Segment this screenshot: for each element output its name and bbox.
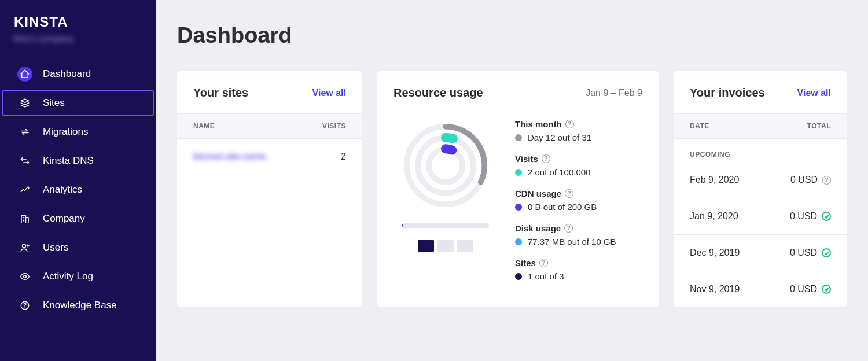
- col-total: TOTAL: [807, 122, 831, 130]
- view-all-link[interactable]: View all: [312, 88, 346, 98]
- metric-title-text: CDN usage: [515, 189, 561, 198]
- metric-sites: Sites? 1 out of 3: [515, 258, 642, 281]
- building-icon: [20, 213, 30, 224]
- help-icon[interactable]: ?: [564, 224, 573, 233]
- eye-icon: [20, 271, 30, 282]
- metric-title-text: This month: [515, 119, 562, 129]
- card-title: Your invoices: [690, 86, 765, 100]
- check-icon: [822, 285, 831, 294]
- svg-point-0: [23, 244, 26, 248]
- invoice-amount: 0 USD: [790, 175, 818, 185]
- metric-month: This month? Day 12 out of 31: [515, 119, 642, 142]
- invoice-date: Dec 9, 2019: [690, 248, 740, 258]
- help-icon[interactable]: ?: [565, 120, 574, 128]
- metric-title-text: Sites: [515, 258, 536, 268]
- check-icon: [822, 212, 831, 221]
- invoice-date: Feb 9, 2020: [690, 175, 739, 185]
- invoice-row[interactable]: Feb 9, 2020 0 USD?: [674, 162, 847, 198]
- help-icon[interactable]: ?: [542, 154, 550, 163]
- main: Dashboard Your sites View all NAME VISIT…: [156, 0, 868, 361]
- metric-value: 77.37 MB out of 10 GB: [528, 237, 616, 246]
- metric-title-text: Visits: [515, 154, 538, 164]
- sidebar-item-migrations[interactable]: Migrations: [2, 119, 154, 145]
- col-visits: VISITS: [322, 122, 346, 130]
- col-date: DATE: [690, 122, 709, 130]
- your-sites-card: Your sites View all NAME VISITS blurred-…: [177, 71, 362, 307]
- dot-icon: [515, 273, 522, 280]
- sidebar-item-label: Users: [43, 242, 68, 253]
- company-name: Ren's company: [0, 34, 156, 43]
- sidebar-item-label: Activity Log: [43, 271, 93, 282]
- table-row[interactable]: blurred-site-name 2: [177, 139, 362, 175]
- metric-value: 2 out of 100,000: [528, 167, 590, 177]
- resource-usage-card: Resource usage Jan 9 – Feb 9: [377, 71, 659, 307]
- table-header: DATE TOTAL: [674, 113, 847, 139]
- card-title: Your sites: [193, 86, 248, 100]
- metric-title-text: Disk usage: [515, 223, 561, 233]
- site-chip: [418, 240, 434, 252]
- sidebar-item-label: Migrations: [43, 126, 88, 138]
- sidebar-item-dashboard[interactable]: Dashboard: [2, 61, 154, 87]
- sidebar-item-label: Knowledge Base: [43, 300, 117, 311]
- svg-point-1: [24, 275, 27, 278]
- chart-icon: [20, 185, 30, 195]
- check-icon: [822, 248, 831, 257]
- metric-value: Day 12 out of 31: [528, 132, 591, 142]
- page-title: Dashboard: [177, 23, 847, 48]
- invoices-card: Your invoices View all DATE TOTAL UPCOMI…: [674, 71, 847, 307]
- metric-visits: Visits? 2 out of 100,000: [515, 154, 642, 177]
- home-icon: [20, 69, 30, 79]
- sidebar-item-label: Sites: [43, 97, 65, 109]
- dot-icon: [515, 169, 522, 176]
- switch-icon: [20, 156, 30, 166]
- sidebar-item-activity[interactable]: Activity Log: [2, 263, 154, 290]
- help-icon[interactable]: ?: [539, 259, 548, 267]
- sidebar: KINSTA Ren's company Dashboard Sites Mig…: [0, 0, 156, 361]
- date-range: Jan 9 – Feb 9: [586, 88, 642, 98]
- invoice-amount: 0 USD: [790, 248, 817, 258]
- dot-icon: [515, 134, 522, 141]
- sidebar-item-label: Analytics: [43, 184, 82, 196]
- sidebar-item-dns[interactable]: Kinsta DNS: [2, 148, 154, 174]
- card-title: Resource usage: [393, 86, 483, 100]
- metric-value: 1 out of 3: [528, 271, 564, 281]
- invoice-amount: 0 USD: [790, 284, 817, 294]
- svg-point-5: [429, 149, 462, 182]
- sidebar-item-company[interactable]: Company: [2, 205, 154, 232]
- sidebar-item-users[interactable]: Users: [2, 234, 154, 261]
- help-icon[interactable]: ?: [565, 189, 573, 198]
- site-chip: [457, 240, 473, 252]
- invoice-date: Jan 9, 2020: [690, 211, 738, 222]
- sidebar-item-label: Kinsta DNS: [43, 155, 94, 167]
- dot-icon: [515, 238, 522, 245]
- invoice-amount: 0 USD: [790, 211, 817, 222]
- sidebar-item-label: Dashboard: [43, 68, 91, 80]
- sites-chips: [418, 240, 473, 252]
- invoice-date: Nov 9, 2019: [690, 284, 740, 294]
- sidebar-item-sites[interactable]: Sites: [2, 90, 154, 116]
- brand-logo: KINSTA: [0, 14, 156, 34]
- invoice-row[interactable]: Jan 9, 2020 0 USD: [674, 198, 847, 235]
- donut-chart: [399, 119, 492, 212]
- table-header: NAME VISITS: [177, 113, 362, 139]
- sidebar-item-label: Company: [43, 213, 85, 224]
- site-visits: 2: [341, 152, 346, 162]
- nav: Dashboard Sites Migrations Kinsta DNS An…: [0, 61, 156, 319]
- help-icon: [20, 300, 30, 311]
- metrics-list: This month? Day 12 out of 31 Visits? 2 o…: [515, 119, 642, 281]
- invoice-row[interactable]: Nov 9, 2019 0 USD: [674, 271, 847, 307]
- user-plus-icon: [20, 242, 30, 253]
- sidebar-item-analytics[interactable]: Analytics: [2, 176, 154, 203]
- disk-progress-bar: [402, 223, 489, 228]
- view-all-link[interactable]: View all: [797, 88, 831, 98]
- dot-icon: [515, 204, 522, 211]
- invoice-row[interactable]: Dec 9, 2019 0 USD: [674, 235, 847, 271]
- col-name: NAME: [193, 122, 215, 130]
- arrow-transfer-icon: [20, 127, 30, 137]
- stack-icon: [20, 98, 30, 108]
- sidebar-item-kb[interactable]: Knowledge Base: [2, 292, 154, 319]
- metric-cdn: CDN usage? 0 B out of 200 GB: [515, 189, 642, 212]
- upcoming-label: UPCOMING: [674, 139, 847, 162]
- help-icon[interactable]: ?: [822, 176, 831, 185]
- site-chip: [437, 240, 454, 252]
